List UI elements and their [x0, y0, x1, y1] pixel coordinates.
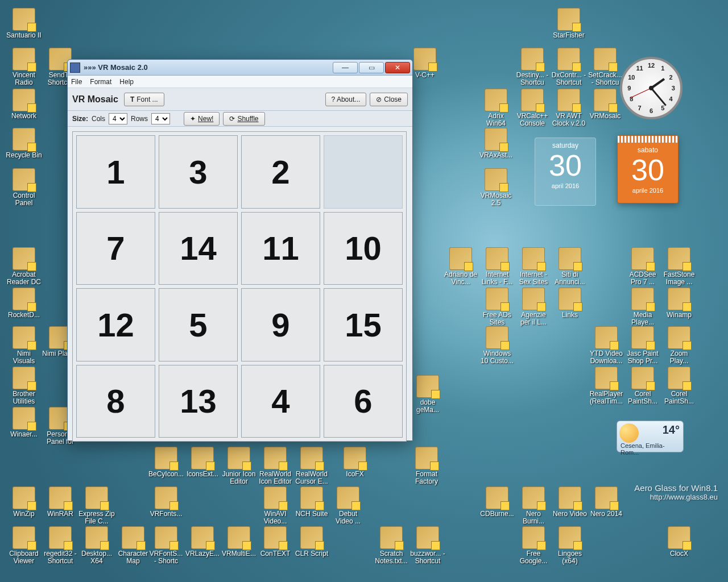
- puzzle-tile-15[interactable]: 15: [324, 288, 403, 361]
- desktop-icon[interactable]: Recycle Bin: [6, 128, 42, 159]
- desktop-icon[interactable]: VRLazyE...: [184, 526, 221, 558]
- desktop-icon[interactable]: ConTEXT: [257, 526, 293, 558]
- desktop-icon[interactable]: Siti di Annunci...: [552, 247, 588, 286]
- desktop-icon[interactable]: YTD Video Downloa...: [588, 326, 624, 365]
- desktop-icon[interactable]: DxContr... - Shortcut: [551, 48, 587, 86]
- menu-help[interactable]: Help: [119, 78, 134, 86]
- desktop-icon[interactable]: Nimi Visuals: [6, 326, 42, 365]
- desktop-icon[interactable]: IcoFX: [337, 447, 373, 478]
- puzzle-tile-3[interactable]: 3: [159, 135, 238, 209]
- desktop-icon[interactable]: CLR Script: [293, 526, 330, 558]
- titlebar[interactable]: »»» VR Mosaic 2.0 ― ▭ ✕: [68, 60, 412, 76]
- desktop-icon[interactable]: Agenzie per il L...: [515, 288, 552, 326]
- desktop-icon[interactable]: Windows 10 Custo...: [479, 326, 515, 365]
- maximize-button[interactable]: ▭: [359, 62, 384, 73]
- desktop-icon[interactable]: IconsExt...: [184, 447, 221, 478]
- desktop-icon[interactable]: Desktop... X64: [78, 526, 115, 565]
- desktop-icon[interactable]: ACDSee Pro 7 ...: [624, 247, 661, 286]
- desktop-icon[interactable]: Destiny... - Shortcu: [514, 48, 551, 86]
- desktop-icon[interactable]: Adrix Win64: [478, 89, 514, 127]
- desktop-icon[interactable]: Zoom Play...: [661, 326, 697, 365]
- font-button[interactable]: TFont ...: [124, 93, 164, 106]
- puzzle-tile-5[interactable]: 5: [159, 288, 238, 361]
- cols-select[interactable]: 4: [109, 113, 127, 124]
- desktop-icon[interactable]: Corel PaintSh...: [661, 367, 697, 405]
- desktop-icon[interactable]: VRMultiE...: [221, 526, 257, 558]
- minimize-button[interactable]: ―: [333, 62, 358, 73]
- desktop-icon[interactable]: Vincent Radio: [6, 48, 42, 86]
- desktop-icon[interactable]: StarFisher: [551, 8, 587, 39]
- desktop-icon[interactable]: Corel PaintSh...: [624, 367, 661, 405]
- desktop-icon[interactable]: Nero 2014: [588, 487, 624, 518]
- desktop-icon[interactable]: Free Google...: [515, 526, 552, 565]
- new-button[interactable]: ✦ New!: [184, 112, 220, 126]
- desktop-icon[interactable]: RealWorld Cursor E...: [293, 447, 330, 485]
- puzzle-tile-6[interactable]: 6: [324, 365, 403, 438]
- desktop-icon[interactable]: Winaer...: [6, 407, 42, 438]
- desktop-icon[interactable]: WinAVI Video...: [257, 487, 293, 525]
- desktop-icon[interactable]: VR AWT Clock v.2.0: [551, 89, 587, 127]
- desktop-icon[interactable]: buzzwor... - Shortcut: [410, 526, 446, 565]
- desktop-icon[interactable]: Acrobat Reader DC: [6, 247, 42, 286]
- desktop-icon[interactable]: RocketD...: [6, 288, 42, 319]
- desktop-icon[interactable]: Links: [552, 288, 588, 319]
- puzzle-tile-14[interactable]: 14: [159, 212, 238, 285]
- desktop-icon[interactable]: RealWorld Icon Editor: [257, 447, 293, 485]
- desktop-icon[interactable]: FastStone Image ...: [661, 247, 697, 286]
- close-button[interactable]: ⊘ Close: [370, 93, 408, 106]
- desktop-icon[interactable]: ClocX: [661, 526, 697, 558]
- desktop-icon[interactable]: regedit32 - Shortcut: [42, 526, 78, 565]
- desktop-icon[interactable]: Debut Video ...: [330, 487, 366, 525]
- desktop-icon[interactable]: Free ADs Sites: [479, 288, 515, 326]
- desktop-icon[interactable]: VRCalc++ Console: [514, 89, 551, 127]
- desktop-icon[interactable]: VRFonts...: [148, 487, 184, 518]
- desktop-icon[interactable]: NCH Suite: [293, 487, 330, 518]
- desktop-icon[interactable]: Santuario II: [6, 8, 42, 39]
- menu-format[interactable]: Format: [90, 78, 111, 86]
- puzzle-tile-1[interactable]: 1: [76, 135, 155, 209]
- desktop-icon[interactable]: Character Map: [115, 526, 151, 565]
- puzzle-tile-2[interactable]: 2: [241, 135, 320, 209]
- puzzle-tile-7[interactable]: 7: [76, 212, 155, 285]
- desktop-icon[interactable]: Network: [6, 89, 42, 120]
- menu-file[interactable]: File: [71, 78, 82, 86]
- desktop-icon[interactable]: Control Panel: [6, 168, 42, 207]
- desktop-icon[interactable]: WinZip: [6, 487, 42, 518]
- rows-select[interactable]: 4: [151, 113, 170, 124]
- desktop-icon[interactable]: SetCrack... - Shortcu: [587, 48, 623, 86]
- puzzle-tile-12[interactable]: 12: [76, 288, 155, 361]
- desktop-icon[interactable]: VRFontS... - Shortc: [148, 526, 184, 565]
- desktop-icon[interactable]: Internet - Sex Sites: [515, 247, 552, 286]
- desktop-icon[interactable]: VRMosaic: [587, 89, 623, 120]
- desktop-icon[interactable]: Scratch Notes.txt...: [373, 526, 410, 565]
- desktop-icon[interactable]: WinRAR: [42, 487, 78, 518]
- desktop-icon[interactable]: dobe geMa...: [410, 375, 446, 414]
- desktop-icon[interactable]: RealPlayer (RealTim...: [588, 367, 624, 405]
- desktop-icon[interactable]: VRAxAst...: [478, 128, 514, 159]
- desktop-icon[interactable]: Media Playe...: [624, 288, 661, 326]
- desktop-icon[interactable]: Junior Icon Editor: [221, 447, 257, 485]
- desktop-icon[interactable]: Format Factory: [408, 447, 445, 485]
- puzzle-tile-13[interactable]: 13: [159, 365, 238, 438]
- desktop-icon[interactable]: Nero Burni...: [515, 487, 552, 525]
- desktop-icon[interactable]: Adriano de Vinc...: [442, 247, 479, 286]
- desktop-icon[interactable]: Clipboard Viewer: [6, 526, 42, 565]
- desktop-icon[interactable]: Express Zip File C...: [78, 487, 115, 525]
- shuffle-button[interactable]: ⟳ Shuffle: [223, 112, 264, 126]
- close-window-button[interactable]: ✕: [385, 62, 410, 73]
- desktop-icon[interactable]: CDBurne...: [479, 487, 515, 518]
- desktop-icon[interactable]: BeCyIcon...: [148, 447, 184, 478]
- puzzle-tile-8[interactable]: 8: [76, 365, 155, 438]
- desktop-icon[interactable]: Jasc Paint Shop Pr...: [624, 326, 661, 365]
- puzzle-tile-4[interactable]: 4: [241, 365, 320, 438]
- desktop-icon[interactable]: Winamp: [661, 288, 697, 319]
- puzzle-tile-10[interactable]: 10: [324, 212, 403, 285]
- desktop-icon[interactable]: Brother Utilities: [6, 367, 42, 405]
- desktop-icon[interactable]: Lingoes (x64): [552, 526, 588, 565]
- desktop-icon[interactable]: Nero Video: [552, 487, 588, 518]
- desktop-icon[interactable]: Internet Links - F...: [479, 247, 515, 286]
- puzzle-tile-9[interactable]: 9: [241, 288, 320, 361]
- desktop-icon[interactable]: VRMosaic 2.5: [478, 168, 514, 207]
- about-button[interactable]: ? About...: [325, 93, 367, 106]
- puzzle-tile-11[interactable]: 11: [241, 212, 320, 285]
